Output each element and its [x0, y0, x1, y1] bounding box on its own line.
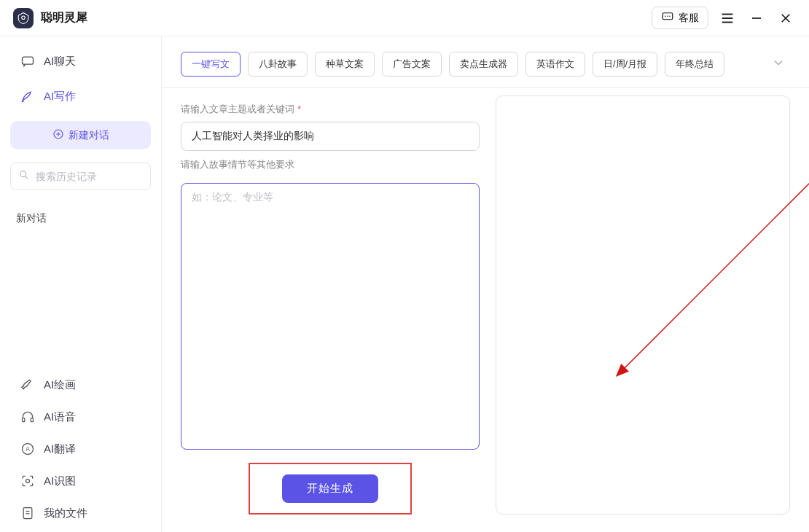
- nav-my-files[interactable]: 我的文件: [10, 498, 151, 528]
- extra-textarea[interactable]: [192, 191, 469, 442]
- generate-button[interactable]: 开始生成: [282, 474, 378, 503]
- template-chips-row: 一键写文 八卦故事 种草文案 广告文案 卖点生成器 英语作文 日/周/月报 年终…: [162, 36, 809, 87]
- chip-seeding-copy[interactable]: 种草文案: [315, 52, 375, 77]
- pen-icon: [20, 89, 35, 103]
- svg-rect-22: [23, 508, 32, 519]
- close-button[interactable]: [775, 8, 796, 28]
- chip-english-essay[interactable]: 英语作文: [525, 52, 585, 77]
- chat-icon: [661, 10, 674, 26]
- nav-ai-image-recognition[interactable]: AI识图: [10, 466, 151, 496]
- main-content: 一键写文 八卦故事 种草文案 广告文案 卖点生成器 英语作文 日/周/月报 年终…: [162, 36, 809, 532]
- svg-text:A: A: [26, 445, 30, 453]
- svg-rect-17: [23, 418, 25, 422]
- svg-point-0: [22, 16, 26, 20]
- svg-point-21: [26, 480, 30, 483]
- topic-input[interactable]: [181, 122, 480, 151]
- nav-ai-voice[interactable]: AI语音: [10, 402, 151, 431]
- svg-line-16: [26, 176, 28, 179]
- image-scan-icon: [20, 474, 35, 488]
- chip-ad-copy[interactable]: 广告文案: [382, 52, 442, 77]
- new-chat-label: 新建对话: [69, 129, 109, 142]
- extra-label: 请输入故事情节等其他要求: [181, 158, 480, 171]
- nav-label: AI翻译: [44, 442, 76, 456]
- chip-selling-point[interactable]: 卖点生成器: [449, 52, 518, 77]
- svg-point-2: [665, 16, 666, 17]
- svg-rect-11: [23, 57, 34, 64]
- search-box[interactable]: [10, 163, 151, 190]
- generate-highlight-box: 开始生成: [249, 463, 412, 515]
- app-logo-icon: [13, 8, 34, 28]
- nav-label: AI语音: [44, 410, 76, 424]
- nav-label: AI绘画: [44, 378, 76, 392]
- file-icon: [20, 506, 35, 520]
- svg-rect-18: [31, 418, 33, 422]
- chevron-down-icon: [771, 60, 786, 72]
- plus-icon: [52, 128, 64, 142]
- output-panel: [496, 95, 790, 515]
- menu-icon[interactable]: [717, 8, 738, 28]
- nav-label: AI聊天: [44, 55, 76, 69]
- chat-bubble-icon: [20, 54, 35, 69]
- nav-ai-drawing[interactable]: AI绘画: [10, 370, 151, 399]
- translate-icon: A: [20, 442, 35, 456]
- sidebar: AI聊天 AI写作 新建对话 新对话: [0, 36, 162, 532]
- new-chat-button[interactable]: 新建对话: [10, 121, 151, 149]
- customer-service-button[interactable]: 客服: [652, 7, 708, 29]
- nav-label: 我的文件: [44, 506, 87, 520]
- minimize-button[interactable]: [746, 8, 767, 28]
- chips-expand-button[interactable]: [767, 51, 790, 77]
- search-icon: [18, 169, 30, 184]
- nav-ai-chat[interactable]: AI聊天: [10, 45, 151, 77]
- chip-report[interactable]: 日/周/月报: [593, 52, 657, 77]
- nav-ai-translate[interactable]: A AI翻译: [10, 434, 151, 463]
- chip-year-summary[interactable]: 年终总结: [665, 52, 724, 77]
- svg-point-15: [20, 171, 26, 177]
- brush-icon: [20, 378, 35, 392]
- nav-ai-writing[interactable]: AI写作: [10, 80, 151, 112]
- topic-label: 请输入文章主题或者关键词*: [181, 103, 480, 116]
- headphones-icon: [20, 410, 35, 424]
- nav-label: AI写作: [44, 90, 76, 103]
- app-title: 聪明灵犀: [41, 10, 87, 26]
- svg-point-3: [667, 16, 668, 17]
- customer-service-label: 客服: [679, 12, 699, 25]
- titlebar: 聪明灵犀 客服: [0, 0, 809, 36]
- chip-one-click-write[interactable]: 一键写文: [181, 52, 241, 77]
- svg-point-4: [669, 16, 671, 17]
- chip-gossip-story[interactable]: 八卦故事: [248, 52, 308, 77]
- nav-label: AI识图: [44, 474, 76, 488]
- history-item[interactable]: 新对话: [10, 205, 151, 232]
- search-input[interactable]: [36, 171, 143, 182]
